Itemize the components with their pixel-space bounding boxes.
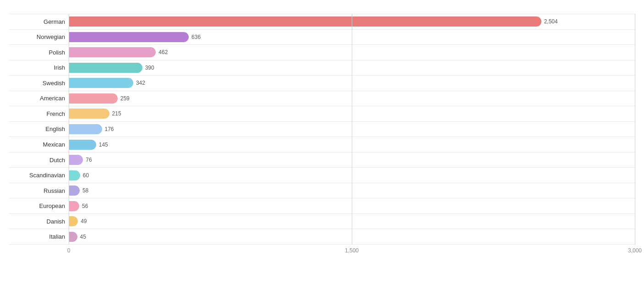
bar-track: 259	[69, 93, 635, 104]
bar-track: 60	[69, 170, 635, 180]
bar-fill	[69, 109, 109, 119]
bar-label: European	[9, 202, 69, 209]
bar-track: 76	[69, 155, 635, 165]
bar-fill	[69, 155, 83, 165]
bar-value: 2,504	[544, 18, 558, 25]
grid-line	[635, 14, 635, 245]
bar-label: English	[9, 126, 69, 132]
chart-container: German2,504Norwegian636Polish462Irish390…	[0, 0, 644, 295]
bar-row: Russian58	[9, 183, 635, 199]
bar-fill	[69, 93, 118, 104]
bar-label: Norwegian	[9, 33, 69, 40]
bar-fill	[69, 78, 133, 88]
bar-track: 45	[69, 232, 635, 242]
bar-fill	[69, 186, 80, 196]
bar-track: 390	[69, 63, 635, 73]
bar-row: English176	[9, 122, 635, 137]
bar-track: 342	[69, 78, 635, 88]
bar-row: Irish390	[9, 60, 635, 76]
bar-row: Mexican145	[9, 137, 635, 153]
bar-row: French215	[9, 106, 635, 122]
bar-track: 49	[69, 216, 635, 226]
bar-row: Norwegian636	[9, 30, 635, 45]
bar-fill	[69, 47, 156, 57]
bar-value: 215	[112, 110, 121, 117]
bar-value: 76	[86, 157, 92, 163]
bar-label: Polish	[9, 49, 69, 56]
bar-value: 342	[136, 80, 145, 86]
bars-section: German2,504Norwegian636Polish462Irish390…	[9, 14, 635, 245]
bar-row: Italian45	[9, 229, 635, 245]
bar-row: Polish462	[9, 45, 635, 60]
bar-label: Dutch	[9, 157, 69, 164]
bar-value: 45	[80, 234, 86, 240]
bar-row: German2,504	[9, 14, 635, 30]
bar-fill	[69, 201, 79, 211]
x-tick: 1,500	[345, 247, 359, 254]
bar-row: Dutch76	[9, 153, 635, 168]
x-tick: 0	[67, 247, 71, 254]
bar-fill	[69, 124, 102, 134]
bar-label: Italian	[9, 233, 69, 240]
bar-row: American259	[9, 91, 635, 107]
bar-track: 636	[69, 32, 635, 42]
bar-label: French	[9, 110, 69, 117]
bar-value: 145	[99, 142, 108, 148]
bar-label: Irish	[9, 64, 69, 71]
bar-value: 390	[145, 65, 154, 71]
chart-area: German2,504Norwegian636Polish462Irish390…	[9, 14, 635, 254]
bar-row: Swedish342	[9, 76, 635, 91]
bar-value: 636	[191, 34, 201, 40]
bar-track: 56	[69, 201, 635, 211]
bar-track: 145	[69, 140, 635, 150]
bar-fill	[69, 232, 77, 242]
bar-label: American	[9, 95, 69, 102]
bar-label: Russian	[9, 187, 69, 194]
bar-track: 58	[69, 186, 635, 196]
bar-fill	[69, 170, 80, 180]
bar-fill	[69, 140, 96, 150]
bar-track: 2,504	[69, 16, 635, 27]
bar-fill	[69, 32, 189, 42]
bar-label: Mexican	[9, 141, 69, 148]
bar-value: 259	[120, 95, 130, 102]
bar-value: 56	[82, 203, 88, 209]
bar-fill	[69, 216, 78, 226]
bar-label: Danish	[9, 218, 69, 225]
bar-value: 49	[81, 218, 87, 224]
bar-track: 176	[69, 124, 635, 134]
x-axis: 01,5003,000	[69, 245, 635, 254]
bar-row: Danish49	[9, 214, 635, 229]
bar-row: European56	[9, 198, 635, 214]
x-tick: 3,000	[628, 247, 642, 254]
bar-row: Scandinavian60	[9, 168, 635, 183]
bar-label: German	[9, 18, 69, 25]
bar-value: 60	[83, 172, 89, 179]
bar-label: Scandinavian	[9, 172, 69, 179]
bar-fill	[69, 63, 142, 73]
bar-track: 215	[69, 109, 635, 119]
bar-value: 462	[158, 49, 168, 55]
bar-track: 462	[69, 47, 635, 57]
bar-value: 176	[105, 126, 114, 132]
bar-value: 58	[82, 187, 88, 194]
bar-label: Swedish	[9, 80, 69, 87]
bar-fill	[69, 16, 541, 27]
